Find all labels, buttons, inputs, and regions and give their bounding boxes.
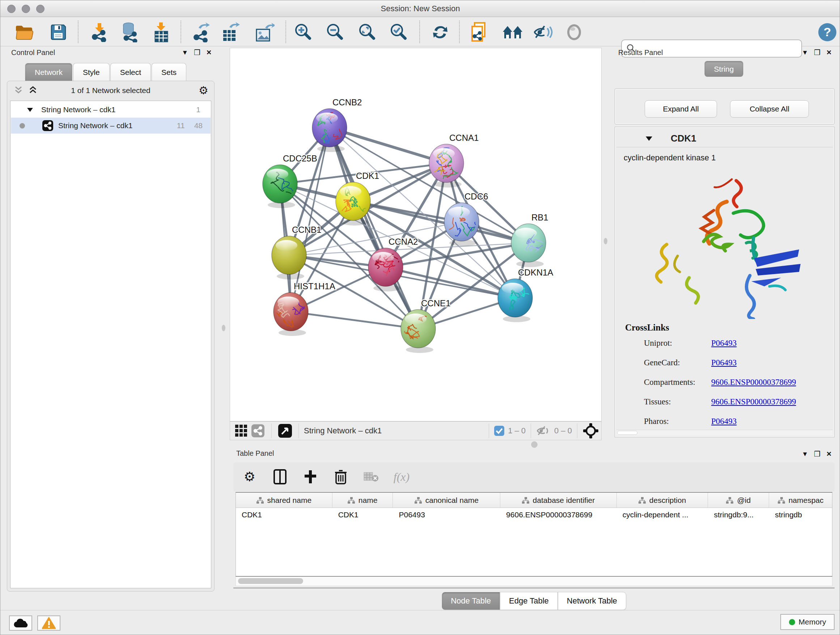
tab-style[interactable]: Style bbox=[73, 63, 110, 81]
tab-network-table[interactable]: Network Table bbox=[558, 592, 626, 610]
memory-button[interactable]: Memory bbox=[780, 614, 835, 630]
memory-status-dot bbox=[789, 619, 795, 625]
column-header-namespace[interactable]: namespac bbox=[769, 493, 832, 508]
node-table-header: shared name name canonical name database… bbox=[236, 493, 832, 508]
column-header-canonical-name[interactable]: canonical name bbox=[393, 493, 500, 508]
copy-network-button[interactable] bbox=[470, 22, 490, 42]
float-panel-icon[interactable]: ❒ bbox=[814, 49, 821, 57]
show-all-button[interactable] bbox=[564, 22, 584, 42]
selected-checkbox-icon[interactable] bbox=[494, 426, 504, 436]
graph-edge[interactable] bbox=[330, 128, 418, 329]
network-options-gear-icon[interactable]: ⚙ bbox=[199, 84, 208, 97]
graph-node-CDC25B[interactable] bbox=[263, 165, 300, 208]
network-canvas[interactable]: CCNB2CCNA1CDC25BCDK1CDC6RB1CCNB1CCNA2CDK… bbox=[230, 48, 602, 421]
string-network-graph[interactable]: CCNB2CCNA1CDC25BCDK1CDC6RB1CCNB1CCNA2CDK… bbox=[230, 48, 601, 421]
column-header-description[interactable]: description bbox=[617, 493, 708, 508]
graph-node-CCNB2[interactable] bbox=[312, 109, 347, 152]
graph-edge[interactable] bbox=[330, 128, 447, 163]
eye-slash-icon bbox=[533, 24, 553, 41]
tab-network[interactable]: Network bbox=[25, 63, 73, 81]
bottom-splitter-handle[interactable] bbox=[531, 441, 538, 448]
help-button[interactable]: ? bbox=[817, 22, 837, 42]
import-network-file-button[interactable] bbox=[89, 22, 110, 42]
hidden-eye-icon[interactable] bbox=[536, 425, 551, 437]
fit-selection-crosshair-icon[interactable] bbox=[583, 423, 599, 439]
results-scrollbar[interactable] bbox=[616, 430, 833, 435]
function-builder-icon[interactable]: f(x) bbox=[393, 469, 410, 485]
save-session-button[interactable] bbox=[48, 22, 68, 42]
create-column-icon[interactable] bbox=[302, 469, 319, 485]
show-eye-icon bbox=[565, 24, 583, 41]
export-image-button[interactable] bbox=[254, 22, 275, 42]
zoom-out-button[interactable] bbox=[325, 22, 345, 42]
graph-node-HIST1H1A[interactable] bbox=[264, 293, 312, 336]
tab-sets[interactable]: Sets bbox=[152, 63, 186, 81]
right-splitter-handle[interactable] bbox=[604, 238, 607, 244]
collapse-all-button[interactable]: Collapse All bbox=[730, 100, 809, 118]
left-splitter-handle[interactable] bbox=[222, 325, 225, 331]
uniprot-link[interactable]: P06493 bbox=[711, 339, 737, 348]
tree-collapse-arrow-icon[interactable] bbox=[27, 107, 33, 112]
zoom-in-button[interactable] bbox=[293, 22, 313, 42]
tab-select[interactable]: Select bbox=[111, 63, 151, 81]
float-panel-icon[interactable]: ❒ bbox=[814, 450, 821, 458]
graph-node-CCNB1[interactable] bbox=[272, 236, 306, 279]
delete-table-icon[interactable] bbox=[363, 469, 379, 485]
expand-all-button[interactable]: Expand All bbox=[645, 100, 717, 118]
zoom-selected-button[interactable] bbox=[388, 22, 409, 42]
column-header-shared-name[interactable]: shared name bbox=[236, 493, 332, 508]
column-header-database-identifier[interactable]: database identifier bbox=[500, 493, 617, 508]
genecard-link[interactable]: P06493 bbox=[711, 358, 737, 367]
table-row[interactable]: CDK1 CDK1 P06493 9606.ENSP00000378699 cy… bbox=[236, 508, 832, 523]
column-header-name[interactable]: name bbox=[332, 493, 393, 508]
network-tree-root-row[interactable]: String Network – cdk1 1 bbox=[11, 102, 210, 118]
table-horizontal-scrollbar[interactable] bbox=[235, 577, 832, 586]
grid-view-icon[interactable] bbox=[233, 423, 249, 439]
graph-node-CCNA2[interactable] bbox=[368, 248, 403, 291]
home-button[interactable] bbox=[502, 22, 523, 42]
show-columns-icon[interactable] bbox=[272, 469, 288, 485]
graph-node-CCNA1[interactable] bbox=[429, 142, 464, 187]
close-panel-icon[interactable]: ✕ bbox=[826, 450, 832, 458]
cloud-button[interactable] bbox=[9, 616, 32, 631]
panel-menu-icon[interactable]: ▼ bbox=[182, 49, 188, 57]
graph-node-CCNE1[interactable] bbox=[401, 310, 436, 353]
crosslinks-heading: CrossLinks bbox=[625, 323, 669, 333]
import-table-button[interactable] bbox=[151, 22, 171, 42]
birds-eye-view-icon[interactable] bbox=[249, 423, 266, 439]
delete-column-trash-icon[interactable] bbox=[332, 469, 349, 485]
close-panel-icon[interactable]: ✕ bbox=[206, 49, 212, 57]
open-in-window-icon[interactable] bbox=[277, 423, 294, 439]
close-panel-icon[interactable]: ✕ bbox=[826, 49, 832, 57]
graph-edge[interactable] bbox=[291, 312, 418, 329]
compartments-link[interactable]: 9606.ENSP00000378699 bbox=[711, 378, 796, 387]
main-toolbar: ? bbox=[0, 17, 840, 46]
zoom-fit-button[interactable] bbox=[357, 22, 377, 42]
open-session-button[interactable] bbox=[14, 22, 34, 42]
table-settings-gear-icon[interactable]: ⚙ bbox=[241, 469, 258, 485]
hide-selected-button[interactable] bbox=[533, 22, 553, 42]
network-tree-row-selected[interactable]: String Network – cdk1 11 48 bbox=[11, 118, 210, 134]
node-table: shared name name canonical name database… bbox=[235, 492, 832, 577]
tissues-link[interactable]: 9606.ENSP00000378699 bbox=[711, 397, 796, 407]
export-table-button[interactable] bbox=[220, 22, 240, 42]
section-collapse-arrow-icon[interactable] bbox=[645, 136, 653, 141]
graph-node-RB1[interactable] bbox=[511, 224, 553, 267]
float-panel-icon[interactable]: ❒ bbox=[194, 49, 201, 57]
warning-button[interactable] bbox=[37, 616, 60, 631]
tab-string[interactable]: String bbox=[704, 61, 744, 77]
apply-layout-button[interactable] bbox=[430, 22, 450, 42]
graph-node-CDKN1A[interactable] bbox=[498, 279, 532, 322]
column-header-id[interactable]: @id bbox=[708, 493, 769, 508]
panel-menu-icon[interactable]: ▼ bbox=[802, 49, 808, 57]
database-icon bbox=[120, 22, 140, 42]
import-network-database-button[interactable] bbox=[120, 22, 140, 42]
pharos-link[interactable]: P06493 bbox=[711, 417, 737, 426]
graph-edge[interactable] bbox=[353, 201, 529, 243]
panel-menu-icon[interactable]: ▼ bbox=[802, 450, 808, 458]
selected-node-edge-counts: 1 – 0 bbox=[508, 426, 526, 435]
gene-section-header[interactable]: CDK1 bbox=[616, 128, 833, 147]
tab-node-table[interactable]: Node Table bbox=[442, 592, 500, 610]
export-network-button[interactable] bbox=[191, 22, 212, 42]
tab-edge-table[interactable]: Edge Table bbox=[500, 592, 558, 610]
